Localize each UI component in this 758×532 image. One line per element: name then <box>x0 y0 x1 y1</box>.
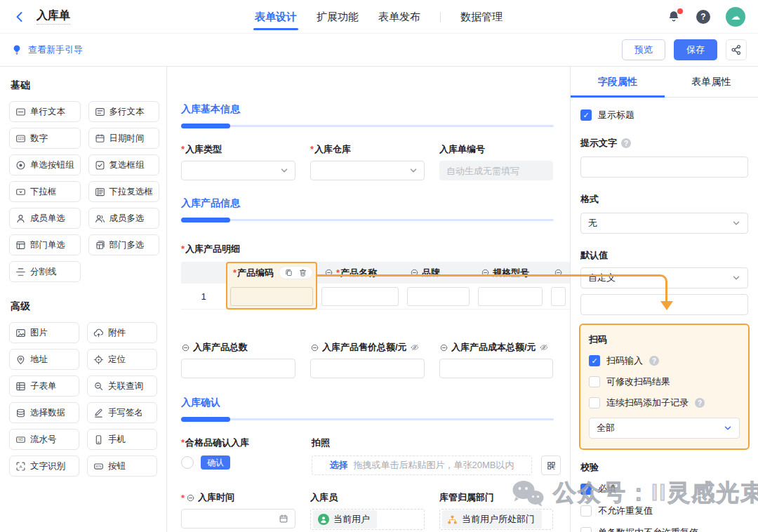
palette-item-image[interactable]: 图片 <box>9 322 79 343</box>
scan-editable-checkbox[interactable] <box>589 376 600 387</box>
palette-item-dept-multi[interactable]: 部门多选 <box>88 234 160 255</box>
scan-upload-button[interactable] <box>541 455 561 475</box>
trash-icon[interactable] <box>298 268 307 277</box>
palette-item-phone[interactable]: 手机 <box>87 429 157 450</box>
total-count-input[interactable] <box>181 359 295 378</box>
required-option[interactable]: 必填 <box>580 483 748 496</box>
department-value-box[interactable]: 当前用户所处部门 <box>439 509 553 530</box>
save-button[interactable]: 保存 <box>674 39 717 60</box>
column-header-product-name[interactable]: 产品名称 <box>317 262 403 284</box>
storage-type-select[interactable] <box>181 161 295 180</box>
operator-value-box[interactable]: 当前用户 <box>310 509 425 530</box>
palette-item-number[interactable]: 123数字 <box>9 128 81 149</box>
default-custom-input[interactable] <box>580 294 748 315</box>
field-total-cost[interactable]: 入库产品成本总额/元 <box>439 342 553 378</box>
palette-item-multi-line-text[interactable]: 多行文本 <box>88 101 160 122</box>
cell-input-brand[interactable] <box>407 287 470 306</box>
default-value-select[interactable]: 自定义 <box>580 267 748 288</box>
no-duplicate-checkbox[interactable] <box>580 505 592 517</box>
no-duplicate-option[interactable]: 不允许重复值 <box>580 505 748 517</box>
warehouse-select[interactable] <box>310 161 425 180</box>
preview-button[interactable]: 预览 <box>622 39 665 60</box>
tab-extensions[interactable]: 扩展功能 <box>317 0 359 34</box>
cell-input-clipped[interactable] <box>551 287 566 306</box>
tab-form-publish[interactable]: 表单发布 <box>378 0 420 34</box>
field-detail-subform[interactable]: 入库产品明细 产品编码 产品名称 <box>181 244 554 310</box>
cell-input-spec-model[interactable] <box>478 287 543 306</box>
tab-data-management[interactable]: 数据管理 <box>460 0 503 34</box>
total-cost-input[interactable] <box>439 359 553 378</box>
show-title-checkbox[interactable] <box>580 109 592 121</box>
palette-item-select-data[interactable]: 选择数据 <box>9 402 79 423</box>
upload-select-link[interactable]: 选择 <box>330 459 348 472</box>
palette-item-single-line-text[interactable]: 单行文本 <box>9 101 81 122</box>
cell-input-product-code[interactable] <box>230 287 313 306</box>
field-operator[interactable]: 入库员 当前用户 <box>310 492 425 530</box>
required-checkbox[interactable] <box>580 484 592 495</box>
palette-item-member-multi[interactable]: 成员多选 <box>88 208 160 229</box>
cell-input-product-name[interactable] <box>321 287 399 306</box>
storage-time-picker[interactable] <box>181 509 295 528</box>
palette-item-ocr[interactable]: A文字识别 <box>9 455 79 477</box>
confirm-button[interactable]: 确认 <box>201 455 230 470</box>
no-duplicate-in-record-checkbox[interactable] <box>580 527 592 532</box>
scan-mode-select[interactable]: 全部 <box>589 418 740 439</box>
palette-item-attachment[interactable]: 附件 <box>87 322 157 343</box>
palette-item-member-single[interactable]: 成员单选 <box>9 208 81 229</box>
avatar[interactable]: ☁ <box>726 7 745 27</box>
section-basic-info[interactable]: 入库基本信息 <box>181 103 554 128</box>
confirm-toggle[interactable] <box>181 456 194 469</box>
total-price-input[interactable] <box>310 359 425 378</box>
scan-input-checkbox[interactable] <box>589 355 600 366</box>
scan-input-option[interactable]: 扫码输入 ? <box>589 354 740 367</box>
tab-field-properties[interactable]: 字段属性 <box>571 67 665 97</box>
palette-item-serial-number[interactable]: NO流水号 <box>9 429 79 450</box>
palette-item-datetime[interactable]: 日期时间 <box>88 128 160 149</box>
scan-editable-option[interactable]: 可修改扫码结果 <box>589 375 740 388</box>
palette-item-dropdown[interactable]: 下拉框 <box>9 181 81 202</box>
field-department[interactable]: 库管归属部门 当前用户所处部门 <box>439 492 553 530</box>
notifications-button[interactable] <box>667 10 681 24</box>
palette-item-button[interactable]: BTN按钮 <box>87 455 157 477</box>
palette-item-checkbox-group[interactable]: 复选框组 <box>88 154 160 175</box>
copy-icon[interactable] <box>284 268 293 277</box>
column-header-clipped[interactable] <box>547 262 570 284</box>
help-icon[interactable]: ? <box>649 356 659 366</box>
palette-item-signature[interactable]: 手写签名 <box>87 402 157 423</box>
field-total-price[interactable]: 入库产品售价总额/元 <box>310 342 425 378</box>
palette-item-relation-query[interactable]: 关联查询 <box>87 375 157 397</box>
palette-item-subform[interactable]: 子表单 <box>9 375 79 397</box>
field-total-count[interactable]: 入库产品总数 <box>181 342 295 378</box>
show-title-option[interactable]: 显示标题 <box>580 109 748 121</box>
palette-item-locate[interactable]: 定位 <box>87 349 157 370</box>
palette-item-dropdown-multi[interactable]: 下拉复选框 <box>88 181 160 202</box>
column-header-brand[interactable]: 品牌 <box>403 262 474 284</box>
no-duplicate-in-record-option[interactable]: 单条数据内不允许重复值 <box>580 526 748 532</box>
field-qualified-confirm[interactable]: 合格品确认入库 确认 <box>181 437 312 475</box>
column-header-spec-model[interactable]: 规格型号 <box>474 262 547 284</box>
field-storage-type[interactable]: 入库类型 <box>181 144 295 180</box>
field-warehouse[interactable]: 入库仓库 <box>310 144 425 180</box>
tab-form-properties[interactable]: 表单属性 <box>665 67 758 97</box>
scan-continuous-option[interactable]: 连续扫码添加子记录 ? <box>589 397 740 409</box>
tab-form-design[interactable]: 表单设计 <box>255 0 297 34</box>
palette-item-divider[interactable]: 分割线 <box>9 261 81 282</box>
share-button[interactable] <box>726 39 747 60</box>
format-select[interactable]: 无 <box>580 213 748 234</box>
help-icon[interactable]: ? <box>695 398 705 408</box>
help-icon[interactable]: ? <box>621 138 631 148</box>
help-icon[interactable]: ? <box>696 10 710 24</box>
palette-item-dept-single[interactable]: 部门单选 <box>9 234 81 255</box>
palette-item-radio-group[interactable]: 单选按钮组 <box>9 154 81 175</box>
photo-upload-dropzone[interactable]: 选择 拖拽或单击后粘贴图片，单张20MB以内 <box>312 455 532 475</box>
palette-item-address[interactable]: 地址 <box>9 349 79 370</box>
section-product-info[interactable]: 入库产品信息 <box>181 197 554 222</box>
field-photo[interactable]: 拍照 选择 拖拽或单击后粘贴图片，单张20MB以内 <box>312 437 561 475</box>
field-storage-time[interactable]: 入库时间 <box>181 492 295 530</box>
field-order-no[interactable]: 入库单编号 <box>439 144 553 180</box>
section-confirm[interactable]: 入库确认 <box>181 397 554 422</box>
scan-continuous-checkbox[interactable] <box>589 397 600 408</box>
back-icon[interactable] <box>13 10 27 24</box>
newbie-guide-link[interactable]: 查看新手引导 <box>11 44 83 56</box>
hint-text-input[interactable] <box>580 157 748 178</box>
